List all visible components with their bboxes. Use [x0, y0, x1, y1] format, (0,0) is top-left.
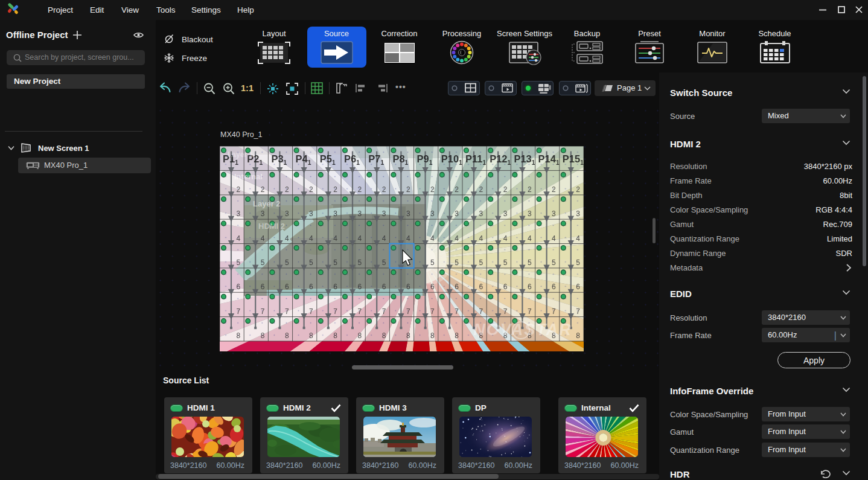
svg-text:8: 8 [576, 331, 580, 340]
svg-text:7: 7 [528, 307, 532, 316]
svg-text:5: 5 [552, 258, 556, 267]
svg-text:7: 7 [382, 307, 386, 316]
svg-text:6: 6 [406, 283, 410, 291]
svg-text:5: 5 [430, 258, 435, 267]
svg-text:2: 2 [309, 185, 313, 194]
svg-text:3: 3 [552, 210, 556, 218]
svg-text:2: 2 [430, 185, 435, 194]
svg-text:6: 6 [285, 283, 289, 291]
svg-text:5: 5 [503, 258, 508, 267]
svg-text:8: 8 [309, 331, 313, 340]
svg-text:4: 4 [503, 234, 508, 243]
svg-text:3: 3 [333, 210, 337, 218]
svg-text:6: 6 [479, 283, 483, 291]
svg-text:2: 2 [382, 185, 386, 194]
svg-text:8: 8 [382, 331, 386, 340]
svg-text:3: 3 [528, 210, 532, 218]
svg-text:8: 8 [358, 331, 362, 340]
svg-text:7: 7 [503, 307, 508, 316]
svg-text:4: 4 [552, 234, 556, 243]
svg-text:4: 4 [406, 234, 410, 243]
svg-text:3: 3 [285, 210, 289, 218]
svg-text:6: 6 [309, 283, 313, 291]
svg-text:6: 6 [333, 283, 337, 291]
svg-text:3: 3 [382, 210, 386, 218]
svg-text:4: 4 [455, 234, 459, 243]
svg-text:2: 2 [285, 185, 289, 194]
svg-text:3: 3 [576, 210, 580, 218]
svg-text:7: 7 [237, 307, 241, 316]
svg-text:6: 6 [455, 283, 459, 291]
svg-text:5: 5 [285, 258, 289, 267]
svg-text:Layer 2: Layer 2 [253, 199, 281, 208]
svg-text:7: 7 [309, 307, 313, 316]
svg-text:5: 5 [333, 258, 337, 267]
svg-text:6: 6 [552, 283, 556, 291]
svg-text:4: 4 [382, 234, 386, 243]
svg-text:2: 2 [261, 185, 265, 194]
svg-text:5: 5 [528, 258, 532, 267]
svg-text:7: 7 [261, 307, 265, 316]
svg-text:7: 7 [479, 307, 483, 316]
svg-text:6: 6 [576, 283, 580, 291]
svg-text:5: 5 [479, 258, 483, 267]
svg-text:8: 8 [430, 331, 435, 340]
svg-text:2: 2 [479, 185, 483, 194]
svg-text:4: 4 [430, 234, 435, 243]
svg-text:4: 4 [358, 234, 362, 243]
svg-text:7: 7 [358, 307, 362, 316]
svg-text:8: 8 [406, 331, 410, 340]
svg-text:7: 7 [406, 307, 410, 316]
svg-text:3: 3 [309, 210, 313, 218]
svg-text:3: 3 [261, 210, 265, 218]
svg-text:6: 6 [358, 283, 362, 291]
svg-text:6: 6 [430, 283, 435, 291]
svg-text:3: 3 [358, 210, 362, 218]
svg-text:4: 4 [237, 234, 241, 243]
svg-text:8: 8 [237, 331, 241, 340]
svg-text:2: 2 [503, 185, 508, 194]
svg-text:6: 6 [503, 283, 508, 291]
svg-text:3: 3 [503, 210, 508, 218]
svg-text:4: 4 [309, 234, 313, 243]
svg-text:2: 2 [576, 185, 580, 194]
svg-text:HDMI 2: HDMI 2 [258, 222, 285, 231]
svg-text:5: 5 [382, 258, 386, 267]
svg-text:2: 2 [552, 185, 556, 194]
svg-text:4: 4 [333, 234, 337, 243]
svg-text:NOVASTAR: NOVASTAR [473, 321, 572, 339]
svg-text:7: 7 [333, 307, 337, 316]
svg-text:2: 2 [333, 185, 337, 194]
svg-text:3: 3 [479, 210, 483, 218]
svg-text:4: 4 [479, 234, 483, 243]
svg-text:4: 4 [285, 234, 289, 243]
svg-text:6: 6 [261, 283, 265, 291]
svg-text:8: 8 [455, 331, 459, 340]
svg-text:7: 7 [576, 307, 580, 316]
svg-text:5: 5 [309, 258, 313, 267]
svg-text:3: 3 [430, 210, 435, 218]
svg-text:2: 2 [358, 185, 362, 194]
svg-text:8: 8 [285, 331, 289, 340]
svg-text:2: 2 [237, 185, 241, 194]
svg-text:2: 2 [528, 185, 532, 194]
svg-text:3: 3 [406, 210, 410, 218]
svg-text:4: 4 [528, 234, 532, 243]
svg-text:6: 6 [528, 283, 532, 291]
svg-text:4: 4 [261, 234, 265, 243]
svg-text:Layer 1: Layer 1 [228, 150, 253, 159]
svg-text:7: 7 [285, 307, 289, 316]
svg-text:5: 5 [455, 258, 459, 267]
svg-text:2: 2 [406, 185, 410, 194]
svg-text:5: 5 [237, 258, 241, 267]
svg-text:3: 3 [237, 210, 241, 218]
svg-text:8: 8 [333, 331, 337, 340]
svg-text:7: 7 [430, 307, 435, 316]
svg-text:7: 7 [552, 307, 556, 316]
svg-text:5: 5 [576, 258, 580, 267]
svg-text:8: 8 [261, 331, 265, 340]
svg-text:5: 5 [261, 258, 265, 267]
svg-text:7: 7 [455, 307, 459, 316]
svg-text:6: 6 [237, 283, 241, 291]
svg-text:5: 5 [358, 258, 362, 267]
